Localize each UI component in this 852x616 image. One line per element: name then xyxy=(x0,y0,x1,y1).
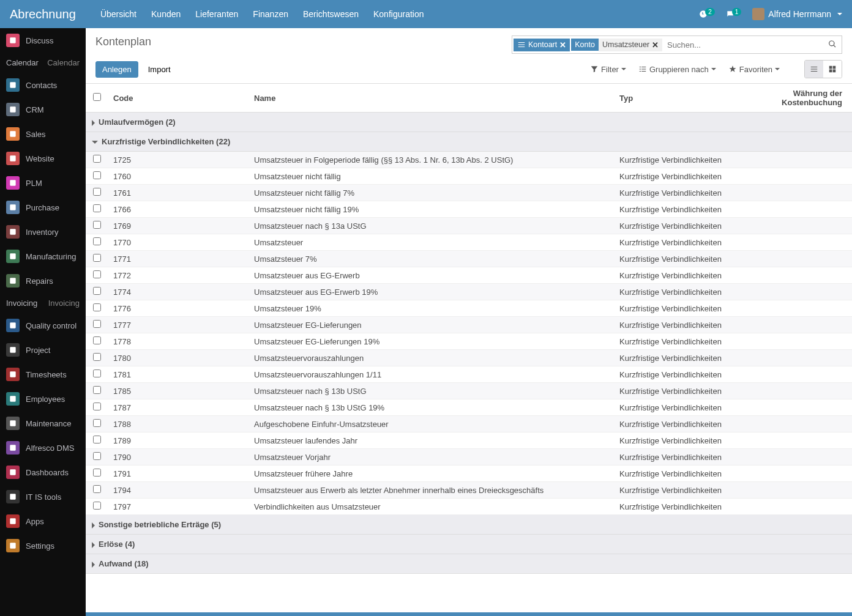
sidebar-item-plm[interactable]: PLM xyxy=(0,171,86,195)
import-button[interactable]: Import xyxy=(142,62,177,77)
sidebar-item-dashboards[interactable]: Dashboards xyxy=(0,460,86,484)
table-row[interactable]: 1770UmsatzsteuerKurzfristige Verbindlich… xyxy=(86,234,852,251)
row-checkbox[interactable] xyxy=(93,336,101,344)
table-row[interactable]: 1725Umsatzsteuer in Folgeperiode fällig … xyxy=(86,152,852,168)
menu-finanzen[interactable]: Finanzen xyxy=(253,9,288,19)
table-row[interactable]: 1776Umsatzsteuer 19%Kurzfristige Verbind… xyxy=(86,300,852,317)
favorites-dropdown[interactable]: Favoriten xyxy=(728,65,780,74)
menu-berichtswesen[interactable]: Berichtswesen xyxy=(303,9,359,19)
sidebar-item-quality-control[interactable]: Quality control xyxy=(0,313,86,338)
row-checkbox[interactable] xyxy=(93,369,101,377)
group-row[interactable]: Aufwand (18) xyxy=(86,554,852,574)
row-checkbox[interactable] xyxy=(93,237,101,245)
row-checkbox[interactable] xyxy=(93,469,101,477)
table-row[interactable]: 1780UmsatzsteuervorauszahlungenKurzfrist… xyxy=(86,350,852,366)
row-checkbox[interactable] xyxy=(93,502,101,510)
sidebar-item-maintenance[interactable]: Maintenance xyxy=(0,411,86,436)
table-wrapper[interactable]: Code Name Typ Währung der Kostenbuchung … xyxy=(86,83,852,612)
group-row[interactable]: Umlaufvermögen (2) xyxy=(86,113,852,132)
table-row[interactable]: 1781Umsatzsteuervorauszahlungen 1/11Kurz… xyxy=(86,366,852,383)
menu-konfiguration[interactable]: Konfiguration xyxy=(373,9,424,19)
menu-übersicht[interactable]: Übersicht xyxy=(100,9,136,19)
sidebar-item-calendar[interactable]: CalendarCalendar xyxy=(0,53,86,73)
header-currency[interactable]: Währung der Kostenbuchung xyxy=(730,84,852,113)
table-row[interactable]: 1797Verbindlichkeiten aus UmsatzsteuerKu… xyxy=(86,499,852,515)
messages-button[interactable]: 1 xyxy=(726,10,742,18)
row-checkbox[interactable] xyxy=(93,221,101,229)
search-input[interactable] xyxy=(662,38,823,52)
brand[interactable]: Abrechnung xyxy=(10,7,76,21)
table-row[interactable]: 1769Umsatzsteuer nach § 13a UStGKurzfris… xyxy=(86,218,852,234)
table-row[interactable]: 1761Umsatzsteuer nicht fällig 7%Kurzfris… xyxy=(86,185,852,201)
row-checkbox[interactable] xyxy=(93,171,101,179)
facet-kontoart[interactable]: Kontoart ✕ xyxy=(514,39,570,51)
filter-dropdown[interactable]: Filter xyxy=(590,65,626,74)
table-row[interactable]: 1787Umsatzsteuer nach § 13b UStG 19%Kurz… xyxy=(86,399,852,416)
row-checkbox[interactable] xyxy=(93,436,101,443)
sidebar-item-crm[interactable]: CRM xyxy=(0,97,86,122)
row-checkbox[interactable] xyxy=(93,353,101,361)
sidebar-item-alfresco-dms[interactable]: Alfresco DMS xyxy=(0,436,86,460)
search-button[interactable] xyxy=(823,40,842,50)
remove-facet-icon[interactable]: ✕ xyxy=(652,40,659,50)
sidebar-item-apps[interactable]: Apps xyxy=(0,509,86,533)
sidebar-item-timesheets[interactable]: Timesheets xyxy=(0,362,86,387)
row-checkbox[interactable] xyxy=(93,254,101,262)
table-row[interactable]: 1791Umsatzsteuer frühere JahreKurzfristi… xyxy=(86,466,852,482)
table-row[interactable]: 1785Umsatzsteuer nach § 13b UStGKurzfris… xyxy=(86,383,852,399)
table-row[interactable]: 1760Umsatzsteuer nicht fälligKurzfristig… xyxy=(86,168,852,185)
user-menu[interactable]: Alfred Herrmann xyxy=(752,8,842,20)
activities-button[interactable]: 2 xyxy=(699,10,715,18)
group-row[interactable]: Erlöse (4) xyxy=(86,535,852,554)
sidebar-item-contacts[interactable]: Contacts xyxy=(0,73,86,97)
sidebar-item-discuss[interactable]: Discuss xyxy=(0,28,86,53)
table-row[interactable]: 1774Umsatzsteuer aus EG-Erwerb 19%Kurzfr… xyxy=(86,284,852,300)
group-row[interactable]: Kurzfristige Verbindlichkeiten (22) xyxy=(86,132,852,152)
select-all-checkbox[interactable] xyxy=(93,93,101,101)
sidebar-item-label: Sales xyxy=(26,130,46,139)
sidebar-item-repairs[interactable]: Repairs xyxy=(0,269,86,293)
remove-facet-icon[interactable]: ✕ xyxy=(559,40,566,50)
table-row[interactable]: 1772Umsatzsteuer aus EG-ErwerbKurzfristi… xyxy=(86,267,852,284)
header-type[interactable]: Typ xyxy=(613,84,730,113)
row-checkbox[interactable] xyxy=(93,204,101,212)
table-row[interactable]: 1794Umsatzsteuer aus Erwerb als letzter … xyxy=(86,482,852,499)
sidebar-item-purchase[interactable]: Purchase xyxy=(0,195,86,220)
header-name[interactable]: Name xyxy=(248,84,613,113)
list-view-button[interactable] xyxy=(805,61,823,78)
sidebar-item-project[interactable]: Project xyxy=(0,338,86,362)
menu-kunden[interactable]: Kunden xyxy=(151,9,181,19)
sidebar-item-website[interactable]: Website xyxy=(0,146,86,171)
row-checkbox[interactable] xyxy=(93,403,101,410)
row-checkbox[interactable] xyxy=(93,303,101,311)
row-checkbox[interactable] xyxy=(93,155,101,163)
row-checkbox[interactable] xyxy=(93,419,101,427)
sidebar-item-invoicing[interactable]: InvoicingInvoicing xyxy=(0,293,86,313)
table-row[interactable]: 1778Umsatzsteuer EG-Lieferungen 19%Kurzf… xyxy=(86,333,852,350)
sidebar-item-employees[interactable]: Employees xyxy=(0,387,86,411)
table-row[interactable]: 1777Umsatzsteuer EG-LieferungenKurzfrist… xyxy=(86,317,852,333)
table-row[interactable]: 1766Umsatzsteuer nicht fällig 19%Kurzfri… xyxy=(86,201,852,218)
row-checkbox[interactable] xyxy=(93,452,101,460)
sidebar-item-settings[interactable]: Settings xyxy=(0,533,86,558)
header-code[interactable]: Code xyxy=(107,84,248,113)
sidebar-item-manufacturing[interactable]: Manufacturing xyxy=(0,244,86,269)
table-row[interactable]: 1788Aufgeschobene Einfuhr-UmsatzsteuerKu… xyxy=(86,416,852,432)
row-checkbox[interactable] xyxy=(93,386,101,394)
create-button[interactable]: Anlegen xyxy=(95,61,138,78)
sidebar-item-it-is-tools[interactable]: IT IS tools xyxy=(0,484,86,509)
kanban-view-button[interactable] xyxy=(823,61,842,78)
sidebar-item-inventory[interactable]: Inventory xyxy=(0,220,86,244)
sidebar-item-sales[interactable]: Sales xyxy=(0,122,86,146)
table-row[interactable]: 1790Umsatzsteuer VorjahrKurzfristige Ver… xyxy=(86,449,852,466)
row-checkbox[interactable] xyxy=(93,485,101,493)
groupby-dropdown[interactable]: Gruppieren nach xyxy=(638,65,716,74)
menu-lieferanten[interactable]: Lieferanten xyxy=(195,9,238,19)
row-checkbox[interactable] xyxy=(93,287,101,295)
row-checkbox[interactable] xyxy=(93,270,101,278)
row-checkbox[interactable] xyxy=(93,320,101,328)
table-row[interactable]: 1771Umsatzsteuer 7%Kurzfristige Verbindl… xyxy=(86,251,852,267)
table-row[interactable]: 1789Umsatzsteuer laufendes JahrKurzfrist… xyxy=(86,432,852,449)
group-row[interactable]: Sonstige betriebliche Erträge (5) xyxy=(86,515,852,535)
row-checkbox[interactable] xyxy=(93,188,101,196)
